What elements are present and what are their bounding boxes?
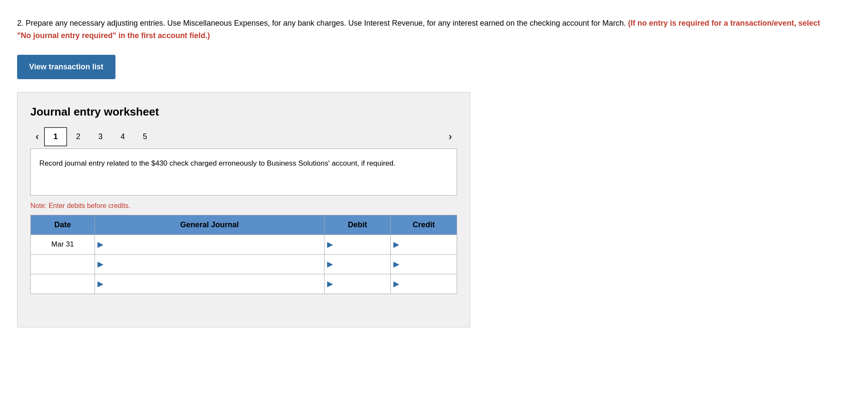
credit-input-3[interactable]: [399, 276, 457, 291]
tab-navigation: ‹ 1 2 3 4 5 ›: [30, 127, 457, 146]
credit-arrow-icon-3: ▶: [391, 279, 399, 288]
debit-cell-3[interactable]: ▶: [325, 274, 391, 294]
credit-arrow-icon-2: ▶: [391, 259, 399, 269]
cell-arrow-icon-2: ▶: [95, 259, 103, 269]
table-row: ▶ ▶ ▶: [31, 254, 457, 274]
debit-arrow-icon-3: ▶: [325, 279, 333, 288]
credit-input-2[interactable]: [399, 256, 457, 272]
tab-2[interactable]: 2: [67, 128, 89, 146]
date-cell-3: [31, 274, 95, 294]
entry-description: Record journal entry related to the $430…: [30, 149, 457, 196]
header-credit: Credit: [391, 215, 457, 235]
view-transaction-button[interactable]: View transaction list: [17, 55, 115, 79]
general-journal-cell-1[interactable]: ▶: [95, 235, 325, 254]
credit-input-1[interactable]: [399, 237, 457, 252]
tab-prev-button[interactable]: ‹: [30, 127, 44, 146]
journal-table: Date General Journal Debit Credit Mar 31…: [30, 215, 457, 294]
date-cell-1: Mar 31: [31, 235, 95, 254]
credit-cell-2[interactable]: ▶: [391, 254, 457, 274]
table-header-row: Date General Journal Debit Credit: [31, 215, 457, 235]
debit-cell-1[interactable]: ▶: [325, 235, 391, 254]
table-row: Mar 31 ▶ ▶: [31, 235, 457, 254]
debit-input-3[interactable]: [333, 276, 390, 291]
credit-cell-1[interactable]: ▶: [391, 235, 457, 254]
cell-arrow-icon: ▶: [95, 240, 103, 249]
tab-next-button[interactable]: ›: [443, 127, 457, 146]
worksheet-title: Journal entry worksheet: [30, 105, 457, 119]
header-debit: Debit: [325, 215, 391, 235]
debit-input-1[interactable]: [333, 237, 390, 252]
tab-1[interactable]: 1: [44, 127, 67, 146]
tab-4[interactable]: 4: [112, 128, 134, 146]
general-journal-input-2[interactable]: [103, 256, 324, 272]
date-cell-2: [31, 254, 95, 274]
debit-arrow-icon-2: ▶: [325, 259, 333, 269]
credit-arrow-icon-1: ▶: [391, 240, 399, 249]
instruction-main: 2. Prepare any necessary adjusting entri…: [17, 19, 626, 27]
debit-input-2[interactable]: [333, 256, 390, 272]
header-general-journal: General Journal: [95, 215, 325, 235]
table-row: ▶ ▶ ▶: [31, 274, 457, 294]
general-journal-cell-3[interactable]: ▶: [95, 274, 325, 294]
note-text: Note: Enter debits before credits.: [30, 202, 457, 210]
general-journal-input-3[interactable]: [103, 276, 324, 291]
credit-cell-3[interactable]: ▶: [391, 274, 457, 294]
tab-5[interactable]: 5: [134, 128, 156, 146]
tab-3[interactable]: 3: [89, 128, 112, 146]
page-container: 2. Prepare any necessary adjusting entri…: [17, 17, 851, 327]
debit-arrow-icon-1: ▶: [325, 240, 333, 249]
debit-cell-2[interactable]: ▶: [325, 254, 391, 274]
instruction-text: 2. Prepare any necessary adjusting entri…: [17, 17, 830, 42]
worksheet-container: Journal entry worksheet ‹ 1 2 3 4 5 › Re…: [17, 92, 470, 327]
general-journal-cell-2[interactable]: ▶: [95, 254, 325, 274]
header-date: Date: [31, 215, 95, 235]
general-journal-input-1[interactable]: [103, 237, 324, 252]
cell-arrow-icon-3: ▶: [95, 279, 103, 288]
